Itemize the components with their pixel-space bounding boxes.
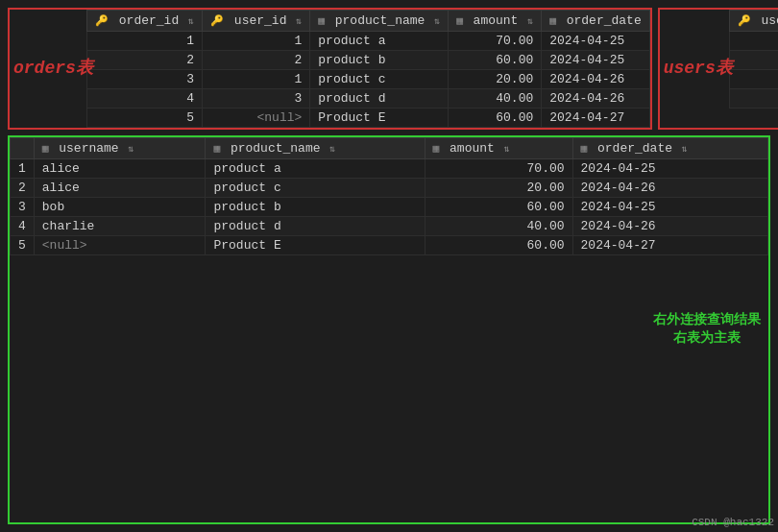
result-cell-r1-c0: alice [34,179,206,198]
sort-user_id: ⇅ [296,16,302,27]
sort-product_name: ⇅ [434,16,440,27]
result-section: 右外连接查询结果 右表为主表 ▦ username ⇅ ▦ produ [8,135,770,524]
result-rownum-3: 3 [11,198,35,217]
users-col-user_id[interactable]: 🔑 user_id ⇅ [729,11,778,32]
users-row-1: 1alicealice@qq.com [729,32,778,51]
result-cell-r0-c0: alice [34,159,206,179]
orders-col-order_id[interactable]: 🔑 order_id ⇅ [87,11,203,32]
orders-cell-r0-c0: 1 [87,32,203,51]
orders-section: orders表 🔑 order_id ⇅ 🔑 user_id [8,8,652,130]
result-header-row: ▦ username ⇅ ▦ product_name ⇅ ▦ amount [11,138,768,159]
result-cell-r4-c3: 2024-04-27 [572,236,767,255]
orders-cell-r2-c1: 1 [203,70,310,89]
result-cell-r4-c1: Product E [206,236,425,255]
result-cell-r3-c1: product d [206,217,425,236]
orders-cell-r2-c4: 2024-04-26 [542,70,649,89]
result-cell-r2-c0: bob [34,198,206,217]
orders-table-wrapper: 🔑 order_id ⇅ 🔑 user_id ⇅ ▦ [86,10,650,128]
orders-cell-r3-c1: 3 [203,89,310,109]
sort-res-amount: ⇅ [504,144,510,155]
annotation-line1: 右外连接查询结果 [653,311,761,330]
sort-amount: ⇅ [527,16,533,27]
result-cell-r3-c2: 40.00 [425,217,572,236]
field-icon-amount: ▦ [456,14,463,27]
result-cell-r1-c1: product c [206,179,425,198]
result-cell-r2-c1: product b [206,198,425,217]
result-cell-r4-c0: <null> [34,236,206,255]
orders-cell-r1-c0: 2 [87,51,203,70]
result-col-username[interactable]: ▦ username ⇅ [34,138,206,159]
users-cell-r0-c0: 1 [729,32,778,51]
orders-cell-r1-c1: 2 [203,51,310,70]
orders-cell-r0-c4: 2024-04-25 [542,32,649,51]
result-cell-r0-c2: 70.00 [425,159,572,179]
result-cell-r4-c2: 60.00 [425,236,572,255]
orders-cell-r4-c1: <null> [203,109,310,128]
users-label: users表 [664,59,733,80]
users-row-4: 4tomtom@qq.com [729,89,778,109]
result-cell-r2-c2: 60.00 [425,198,572,217]
orders-cell-r2-c3: 20.00 [449,70,542,89]
watermark: CSDN @hac1322 [692,517,774,528]
orders-row-2: 22product b60.002024-04-25 [87,51,650,70]
orders-row-4: 43product d40.002024-04-26 [87,89,650,109]
users-table-wrapper: 🔑 user_id ⇅ ▦ username ⇅ ▦ [729,10,778,109]
result-rownum-4: 4 [11,217,35,236]
orders-col-amount[interactable]: ▦ amount ⇅ [449,11,542,32]
result-row-1: 1aliceproduct a70.002024-04-25 [11,159,768,179]
result-row-2: 2aliceproduct c20.002024-04-26 [11,179,768,198]
result-annotation: 右外连接查询结果 右表为主表 [653,311,761,349]
orders-col-product_name[interactable]: ▦ product_name ⇅ [310,11,449,32]
sort-order_id: ⇅ [188,16,194,27]
result-rownum-1: 1 [11,159,35,179]
result-cell-r1-c2: 20.00 [425,179,572,198]
field-icon-res-username: ▦ [42,142,49,155]
orders-cell-r2-c2: product c [310,70,449,89]
sort-res-product: ⇅ [329,144,335,155]
users-cell-r3-c0: 4 [729,89,778,109]
orders-cell-r3-c0: 4 [87,89,203,109]
users-cell-r1-c0: 2 [729,51,778,70]
users-table: 🔑 user_id ⇅ ▦ username ⇅ ▦ [729,10,778,109]
orders-cell-r4-c4: 2024-04-27 [542,109,649,128]
key-icon-user_id: 🔑 [210,14,224,27]
orders-cell-r0-c3: 70.00 [449,32,542,51]
result-row-4: 4charlieproduct d40.002024-04-26 [11,217,768,236]
users-row-2: 2bobbob@qq.com [729,51,778,70]
orders-table: 🔑 order_id ⇅ 🔑 user_id ⇅ ▦ [86,10,650,128]
orders-cell-r3-c3: 40.00 [449,89,542,109]
orders-row-1: 11product a70.002024-04-25 [87,32,650,51]
result-row-5: 5<null>Product E60.002024-04-27 [11,236,768,255]
orders-col-user_id[interactable]: 🔑 user_id ⇅ [203,11,310,32]
result-col-order_date[interactable]: ▦ order_date ⇅ [572,138,767,159]
key-icon-order_id: 🔑 [95,14,109,27]
field-icon-order_date: ▦ [549,14,556,27]
orders-cell-r4-c3: 60.00 [449,109,542,128]
result-rownum-2: 2 [11,179,35,198]
key-icon-userid: 🔑 [738,14,751,27]
main-container: orders表 🔑 order_id ⇅ 🔑 user_id [0,0,778,532]
orders-col-order_date[interactable]: ▦ order_date [542,11,649,32]
result-col-product_name[interactable]: ▦ product_name ⇅ [206,138,425,159]
top-row: orders表 🔑 order_id ⇅ 🔑 user_id [8,8,770,130]
orders-cell-r4-c2: Product E [310,109,449,128]
users-cell-r2-c0: 3 [729,70,778,89]
orders-cell-r1-c4: 2024-04-25 [542,51,649,70]
result-cell-r0-c1: product a [206,159,425,179]
users-section: users表 🔑 user_id ⇅ ▦ username [658,8,778,130]
result-row-3: 3bobproduct b60.002024-04-25 [11,198,768,217]
sort-res-username: ⇅ [128,144,134,155]
orders-cell-r1-c3: 60.00 [449,51,542,70]
field-icon-res-date: ▦ [581,142,588,155]
orders-header-row: 🔑 order_id ⇅ 🔑 user_id ⇅ ▦ [87,11,650,32]
orders-cell-r0-c2: product a [310,32,449,51]
result-table-wrapper: ▦ username ⇅ ▦ product_name ⇅ ▦ amount [10,137,768,255]
orders-row-5: 5<null>Product E60.002024-04-27 [87,109,650,128]
users-row-3: 3charliecharlie@qq.com [729,70,778,89]
result-cell-r3-c3: 2024-04-26 [572,217,767,236]
result-cell-r3-c0: charlie [34,217,206,236]
result-col-amount[interactable]: ▦ amount ⇅ [425,138,572,159]
orders-cell-r4-c0: 5 [87,109,203,128]
users-header-row: 🔑 user_id ⇅ ▦ username ⇅ ▦ [729,11,778,32]
orders-cell-r0-c1: 1 [203,32,310,51]
